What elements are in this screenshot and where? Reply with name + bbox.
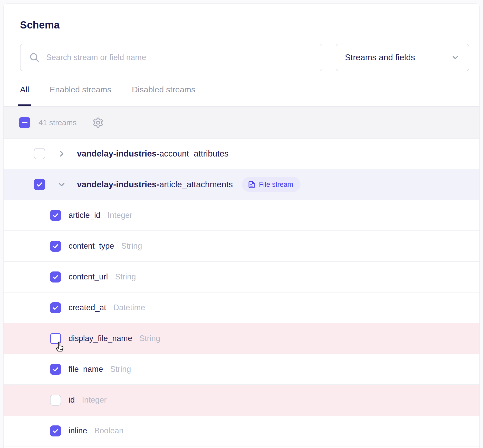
stream-checkbox[interactable] [34, 179, 45, 190]
settings-gear-icon[interactable] [92, 117, 104, 128]
field-name: file_name [69, 365, 103, 374]
field-row-article_id: article_id Integer [4, 200, 479, 231]
field-name: inline [69, 426, 87, 435]
field-type: String [110, 365, 131, 374]
field-type: Datetime [113, 303, 145, 312]
chevron-down-icon [451, 53, 460, 62]
tab-all[interactable]: All [20, 85, 29, 106]
field-checkbox[interactable] [50, 333, 61, 344]
field-name: id [69, 395, 75, 405]
field-checkbox[interactable] [50, 302, 61, 313]
page-title: Schema [20, 19, 469, 31]
field-row-content_type: content_type String [4, 231, 479, 262]
stream-list: vandelay-industries-account_attributes v… [4, 139, 479, 446]
view-mode-value: Streams and fields [345, 53, 415, 62]
expand-chevron-icon[interactable] [57, 180, 66, 189]
field-name: content_url [69, 272, 108, 281]
stream-count: 41 streams [38, 118, 76, 127]
file-text-icon [248, 181, 256, 189]
search-icon [29, 52, 40, 63]
stream-filter-tabs: All Enabled streams Disabled streams [4, 85, 479, 107]
field-checkbox[interactable] [50, 210, 61, 221]
check-icon [52, 274, 59, 280]
field-name: article_id [69, 211, 100, 220]
tab-disabled-streams[interactable]: Disabled streams [132, 85, 195, 106]
field-type: String [139, 334, 160, 343]
search-box[interactable] [20, 44, 322, 71]
field-checkbox[interactable] [50, 395, 61, 406]
check-icon [52, 304, 59, 311]
select-all-checkbox[interactable] [19, 117, 30, 128]
indeterminate-mark [22, 122, 27, 123]
view-mode-dropdown[interactable]: Streams and fields [336, 44, 469, 71]
search-row: Streams and fields [20, 44, 469, 71]
field-checkbox[interactable] [50, 364, 61, 375]
schema-card: Schema Streams and fields All Enabled st… [3, 3, 480, 448]
field-row-display_file_name: display_file_name String [4, 323, 479, 354]
field-checkbox[interactable] [50, 425, 61, 436]
check-icon [52, 427, 59, 434]
file-stream-badge: File stream [242, 177, 301, 192]
field-checkbox[interactable] [50, 241, 61, 252]
field-type: Integer [82, 395, 107, 405]
field-row-content_url: content_url String [4, 262, 479, 293]
field-type: String [115, 272, 136, 281]
field-name: content_type [69, 241, 114, 251]
stream-name: vandelay-industries-article_attachments [77, 180, 233, 189]
field-checkbox[interactable] [50, 271, 61, 283]
search-input[interactable] [46, 53, 314, 62]
check-icon [52, 243, 59, 250]
check-icon [52, 212, 59, 219]
check-icon [36, 181, 43, 188]
streams-toolbar: 41 streams [4, 107, 479, 139]
expand-chevron-icon[interactable] [57, 149, 66, 158]
field-row-id: id Integer [4, 385, 479, 416]
field-name: display_file_name [69, 334, 132, 343]
stream-checkbox[interactable] [34, 148, 45, 159]
field-name: created_at [69, 303, 106, 312]
field-type: String [121, 241, 142, 251]
schema-page: { "header": { "title": "Schema" }, "sear… [0, 0, 483, 448]
field-row-inline: inline Boolean [4, 416, 479, 446]
field-row-file_name: file_name String [4, 354, 479, 385]
field-type: Integer [108, 211, 132, 220]
field-type: Boolean [94, 426, 123, 435]
badge-label: File stream [259, 181, 293, 189]
field-row-created_at: created_at Datetime [4, 293, 479, 323]
card-header: Schema Streams and fields [4, 4, 479, 71]
stream-row-article_attachments[interactable]: vandelay-industries-article_attachments … [4, 169, 479, 200]
stream-row-account_attributes[interactable]: vandelay-industries-account_attributes [4, 139, 479, 169]
tab-enabled-streams[interactable]: Enabled streams [50, 85, 111, 106]
check-icon [52, 366, 59, 373]
stream-name: vandelay-industries-account_attributes [77, 149, 229, 159]
